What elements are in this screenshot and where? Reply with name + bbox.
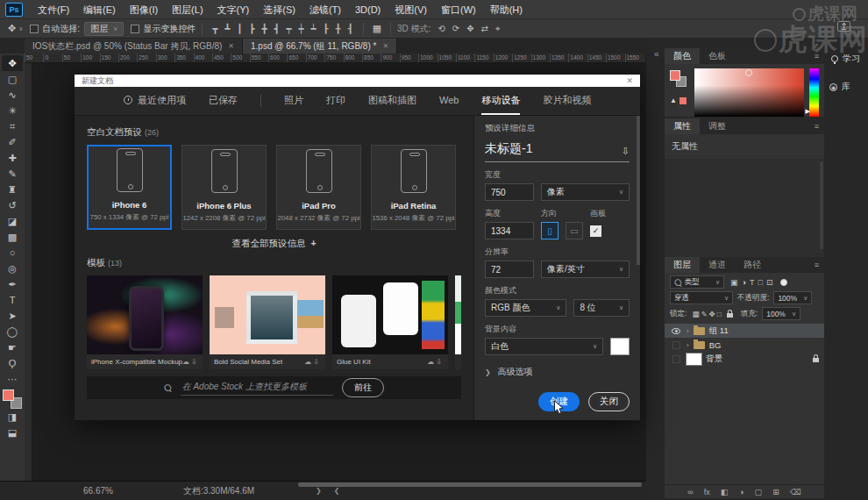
template-card[interactable]: Glue UI Kit☁⇩	[332, 275, 448, 369]
eraser-tool[interactable]: ◪	[2, 213, 23, 229]
align-icon-2[interactable]: ┃	[233, 24, 245, 33]
3d-mode-icon-2[interactable]: ✥	[463, 24, 477, 34]
layers-bottom-icon-3[interactable]: ◑	[739, 488, 743, 496]
marquee-tool[interactable]: ▢	[2, 71, 23, 87]
dialog-tab-图稿和插图[interactable]: 图稿和插图	[368, 87, 416, 115]
document-tab[interactable]: IOS状态栏.psd @ 50% (Status Bar 拷贝, RGB/8)✕	[25, 39, 243, 54]
eye-icon[interactable]	[672, 328, 680, 334]
preset-card-iPad Retina[interactable]: iPad Retina1536 x 2048 像素 @ 72 ppi	[371, 145, 456, 230]
layer-filter-dropdown[interactable]: Ϙ 类型 ∨	[670, 275, 724, 289]
layers-tab-通道[interactable]: 通道	[700, 257, 735, 273]
show-transform-checkbox[interactable]	[131, 25, 139, 33]
learn-panel-button[interactable]: 学习	[831, 53, 860, 65]
background-contents-dropdown[interactable]: 白色∨	[485, 338, 603, 355]
menu-文字(Y)[interactable]: 文字(Y)	[210, 0, 257, 19]
preset-card-iPhone 6[interactable]: iPhone 6750 x 1334 像素 @ 72 ppi	[87, 145, 172, 230]
details-scrollbar[interactable]	[637, 116, 640, 265]
auto-select-dropdown[interactable]: 图层 ∨	[84, 22, 124, 36]
orientation-landscape-button[interactable]: ▭	[566, 222, 583, 239]
preset-card-iPad Pro[interactable]: iPad Pro2048 x 2732 像素 @ 72 ppi	[276, 145, 361, 230]
layer-row-背景[interactable]: 背景	[665, 352, 824, 366]
align-icon-5[interactable]: ┫	[270, 24, 282, 33]
document-name-input[interactable]: 未标题-1	[485, 141, 532, 157]
align-icon-9[interactable]: ┠	[320, 24, 332, 33]
dialog-tab-胶片和视频[interactable]: 胶片和视频	[543, 87, 591, 115]
dialog-tab-照片[interactable]: 照片	[284, 87, 303, 115]
menu-视图(V)[interactable]: 视图(V)	[388, 0, 434, 19]
template-card-partial[interactable]	[455, 275, 461, 369]
move-tool-icon[interactable]: ✥	[5, 23, 18, 34]
panel-menu-icon[interactable]: ≡	[815, 48, 824, 64]
align-icon-1[interactable]: ┻	[221, 24, 233, 33]
3d-mode-icon-1[interactable]: ⟳	[449, 24, 463, 34]
layer-filter-icon-4[interactable]: ⊡	[765, 278, 775, 287]
layer-filter-icon-3[interactable]: □	[756, 278, 764, 287]
layer-filter-icon-0[interactable]: ▣	[729, 278, 740, 287]
bit-depth-dropdown[interactable]: 8 位∨	[573, 299, 630, 317]
save-preset-icon[interactable]: ⇩	[622, 146, 630, 157]
panel-menu-icon[interactable]: ≡	[815, 118, 824, 134]
fill-dropdown[interactable]: 100% ∨	[762, 307, 800, 320]
visibility-cell[interactable]	[670, 355, 682, 363]
libraries-panel-button[interactable]: ◉ 库	[829, 81, 850, 93]
menu-窗口(W)[interactable]: 窗口(W)	[434, 0, 483, 19]
zoom-level[interactable]: 66.67%	[83, 486, 113, 496]
gamut-warning-icon[interactable]: ▲	[670, 96, 677, 104]
lock-icon-0[interactable]: ▦	[691, 310, 700, 318]
layer-row-BG[interactable]: ›BG	[665, 338, 824, 352]
shape-tool[interactable]: ◯	[2, 324, 23, 339]
eyedropper-tool[interactable]: ✐	[2, 134, 23, 150]
template-card[interactable]: Bold Social Media Set☁⇩	[210, 275, 325, 369]
layer-row-组 11[interactable]: ›组 11	[665, 324, 824, 338]
layers-tab-路径[interactable]: 路径	[735, 257, 770, 273]
opacity-dropdown[interactable]: 100% ∨	[773, 291, 812, 304]
close-button[interactable]: 关闭	[588, 392, 630, 411]
stock-search-input[interactable]: 在 Adobe Stock 上查找更多模板	[181, 381, 333, 396]
gradient-tool[interactable]: ▩	[2, 229, 23, 245]
screen-mode-icon[interactable]: ⬓	[2, 425, 23, 440]
orientation-portrait-button[interactable]: ▯	[541, 222, 559, 239]
collapse-panels-icon[interactable]: «	[654, 49, 659, 59]
blur-tool[interactable]: ○	[2, 245, 23, 261]
lock-all-icon[interactable]	[727, 313, 733, 318]
dialog-tab-移动设备[interactable]: 移动设备	[481, 87, 520, 115]
crop-tool[interactable]: ⌗	[2, 118, 23, 134]
horizontal-scrollbar-thumb[interactable]	[298, 482, 642, 487]
layer-filter-icon-1[interactable]: ◑	[740, 278, 748, 287]
3d-mode-icon-4[interactable]: ⌖	[492, 24, 504, 34]
close-icon[interactable]: ✕	[382, 42, 388, 50]
color-saturation-field[interactable]: ▶	[694, 68, 804, 117]
pen-tool[interactable]: ✒	[2, 276, 23, 292]
menu-滤镜(T)[interactable]: 滤镜(T)	[302, 0, 348, 19]
lock-icon-1[interactable]: ✎	[700, 310, 708, 318]
quick-mask-icon[interactable]: ◨	[2, 409, 23, 425]
path-selection-tool[interactable]: ➤	[2, 308, 23, 324]
menu-帮助(H)[interactable]: 帮助(H)	[483, 0, 530, 19]
dialog-tab-Web[interactable]: Web	[439, 87, 459, 115]
brush-tool[interactable]: ✎	[2, 166, 23, 182]
menu-3D(D)[interactable]: 3D(D)	[348, 0, 388, 19]
background-color-swatch[interactable]	[610, 338, 630, 355]
panel-menu-icon[interactable]: ≡	[815, 257, 824, 273]
history-brush-tool[interactable]: ↺	[2, 197, 23, 213]
zoom-tool[interactable]: Ϙ	[2, 355, 23, 371]
type-tool[interactable]: T	[2, 292, 23, 308]
blend-mode-dropdown[interactable]: 穿透 ∨	[670, 291, 733, 304]
menu-图层(L)[interactable]: 图层(L)	[165, 0, 210, 19]
document-tab[interactable]: 1.psd @ 66.7% (组 11, RGB/8) *✕	[243, 39, 397, 54]
layers-bottom-icon-6[interactable]: ⌫	[790, 488, 801, 496]
layers-bottom-icon-5[interactable]: ⊞	[772, 488, 779, 496]
edit-toolbar[interactable]: ⋯	[2, 371, 23, 387]
foreground-color-swatch[interactable]	[3, 389, 14, 401]
layer-filter-icon-2[interactable]: T	[748, 278, 757, 287]
status-nav-icon-1[interactable]: ❮	[334, 487, 340, 495]
align-icon-10[interactable]: ╂	[332, 24, 345, 33]
color-tab-色板[interactable]: 色板	[700, 48, 735, 64]
dialog-tab-最近使用项[interactable]: 最近使用项	[124, 87, 186, 115]
resolution-unit-dropdown[interactable]: 像素/英寸∨	[541, 261, 630, 278]
move-tool[interactable]: ✥	[2, 55, 23, 71]
healing-brush-tool[interactable]: ✚	[2, 150, 23, 166]
tool-preset-chevron-icon[interactable]: ∨	[18, 25, 23, 32]
3d-mode-icon-0[interactable]: ⟲	[434, 24, 448, 34]
align-icon-7[interactable]: ┿	[295, 24, 307, 33]
